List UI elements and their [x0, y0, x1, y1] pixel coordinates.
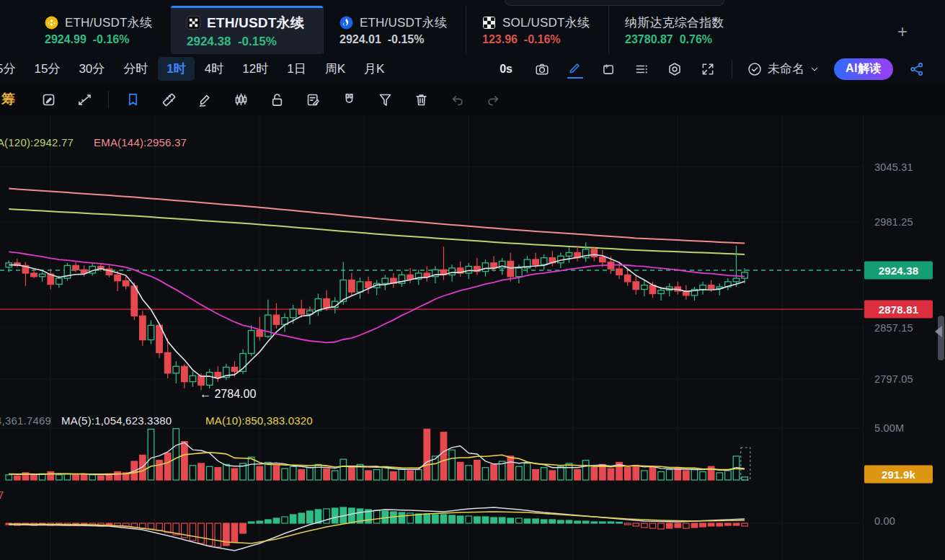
symbol-label: ETH/USDT永续 — [65, 14, 152, 31]
symbol-price: 2924.01 -0.15% — [340, 33, 447, 46]
bookmark-icon[interactable] — [124, 91, 141, 108]
symbol-label: 纳斯达克综合指数 — [625, 14, 724, 31]
binance-icon — [45, 16, 58, 30]
cloud-check-icon — [747, 61, 763, 77]
last-volume-badge[interactable]: 291.9k — [864, 465, 933, 483]
price-axis-label: 2857.15 — [874, 322, 913, 334]
add-symbol-button[interactable]: + — [897, 23, 908, 40]
ema144-label: EMA(144):2956.37 — [94, 136, 187, 148]
brush-icon[interactable] — [196, 91, 213, 108]
redo-icon[interactable] — [484, 91, 502, 108]
symbol-tab-2[interactable]: ETH/USDT永续2924.38 -0.15% — [171, 6, 323, 54]
price-axis[interactable]: 3045.312981.252857.152797.055.00M0.00292… — [863, 115, 945, 560]
symbol-price: 23780.87 0.76% — [625, 33, 724, 46]
axis-scrollbar[interactable] — [938, 316, 944, 360]
timeframe-周K[interactable]: 周K — [316, 57, 354, 81]
add-pane-icon[interactable] — [600, 61, 616, 77]
indicator-list-icon[interactable] — [634, 61, 649, 77]
timeframe-5分[interactable]: 5分 — [0, 57, 24, 81]
timeframe-4时[interactable]: 4时 — [196, 57, 232, 81]
countdown-label: 0s — [500, 63, 513, 76]
alert-price-badge[interactable]: 2878.81 — [864, 301, 933, 319]
trading-terminal: { "top_bar": { "add_button_label": "+", … — [0, 0, 945, 560]
checker-icon — [482, 16, 496, 30]
symbol-price: 2924.99 -0.16% — [45, 33, 152, 46]
symbol-label: SOL/USDT永续 — [502, 14, 590, 31]
layout-name-label: 未命名 — [768, 61, 804, 77]
top-overlay-edge — [505, 0, 724, 6]
symbol-label: ETH/USDT永续 — [207, 14, 304, 32]
low-price-annotation: ← 2784.00 — [200, 388, 256, 401]
symbol-label: ETH/USDT永续 — [360, 14, 447, 31]
chevron-down-icon — [809, 61, 820, 77]
symbol-price: 123.96 -0.16% — [482, 33, 590, 46]
timeframe-月K[interactable]: 月K — [355, 57, 393, 81]
ema120-label: EMA(120):2942.77 — [0, 136, 74, 148]
drawing-toolbar: 筹 — [0, 84, 945, 115]
candlestick-chart[interactable] — [0, 115, 863, 560]
chart-area: EMA(120):2942.77 EMA(144):2956.37 ← 2784… — [0, 115, 945, 560]
collapse-arrow-icon[interactable] — [935, 326, 942, 337]
magnet-icon[interactable] — [340, 91, 358, 108]
huobi-icon — [340, 16, 353, 30]
funnel-icon[interactable] — [376, 91, 394, 108]
price-axis-label: 2797.05 — [874, 373, 913, 385]
symbol-tab-1[interactable]: ETH/USDT永续2924.99 -0.16% — [29, 6, 171, 54]
timeframe-30分[interactable]: 30分 — [70, 57, 113, 81]
divider — [732, 60, 732, 79]
fullscreen-icon[interactable] — [700, 61, 716, 77]
timeframe-list: 5分15分30分分时1时4时12时1日周K月K — [0, 57, 394, 81]
trash-icon[interactable] — [412, 91, 430, 108]
trendline-icon[interactable] — [76, 91, 93, 108]
camera-icon[interactable] — [534, 61, 550, 77]
ruler-icon[interactable] — [160, 91, 177, 108]
layout-name-menu[interactable]: 未命名 — [747, 61, 820, 77]
symbol-tabs: ETH/USDT永续2924.99 -0.16%ETH/USDT永续2924.3… — [0, 6, 945, 54]
symbol-tab-4[interactable]: SOL/USDT永续123.96 -0.16% — [466, 6, 608, 54]
price-axis-label: 2981.25 — [874, 216, 913, 228]
symbol-tab-bar: ETH/USDT永续2924.99 -0.16%ETH/USDT永续2924.3… — [0, 0, 945, 54]
share-icon[interactable] — [909, 61, 925, 77]
chip-distribution-label[interactable]: 筹 — [1, 90, 30, 109]
price-axis-label: 3045.31 — [874, 161, 913, 173]
timeframe-15分[interactable]: 15分 — [25, 57, 68, 81]
pencil-icon[interactable] — [567, 60, 583, 79]
volume-axis-label: 5.00M — [874, 422, 904, 434]
volume-ma10-label: MA(10):850,383.0320 — [205, 414, 313, 427]
note-edit-icon[interactable] — [304, 91, 321, 108]
macd-axis-label: 0.00 — [874, 515, 895, 527]
timeframe-1时[interactable]: 1时 — [158, 57, 194, 81]
current-price-badge[interactable]: 2924.38 — [864, 262, 933, 280]
timeframe-分时[interactable]: 分时 — [115, 57, 156, 81]
symbol-tab-3[interactable]: ETH/USDT永续2924.01 -0.15% — [323, 6, 466, 54]
symbol-price: 2924.38 -0.15% — [187, 35, 304, 49]
volume-ma5-label: MA(5):1,054,623.3380 — [61, 414, 172, 427]
volume-partial-label: 4,361.7469 — [0, 414, 51, 427]
timeframe-1日[interactable]: 1日 — [278, 57, 314, 81]
undo-icon[interactable] — [448, 91, 466, 108]
refresh-edit-icon[interactable] — [40, 91, 57, 108]
timeframe-12时[interactable]: 12时 — [234, 57, 277, 81]
divider — [108, 91, 109, 108]
macd-partial-label: 7 — [0, 489, 4, 501]
lock-open-icon[interactable] — [268, 91, 285, 108]
ai-analysis-button[interactable]: AI解读 — [834, 58, 893, 80]
timeframe-bar: 5分15分30分分时1时4时12时1日周K月K 0s 未命名 AI解读 — [0, 54, 945, 84]
settings-icon[interactable] — [667, 61, 683, 77]
candle-pattern-icon[interactable] — [232, 91, 249, 108]
chart-tools: 0s 未命名 AI解读 — [500, 58, 945, 80]
okx-icon — [187, 16, 200, 30]
symbol-tab-5[interactable]: 纳斯达克综合指数23780.87 0.76% — [608, 6, 743, 54]
